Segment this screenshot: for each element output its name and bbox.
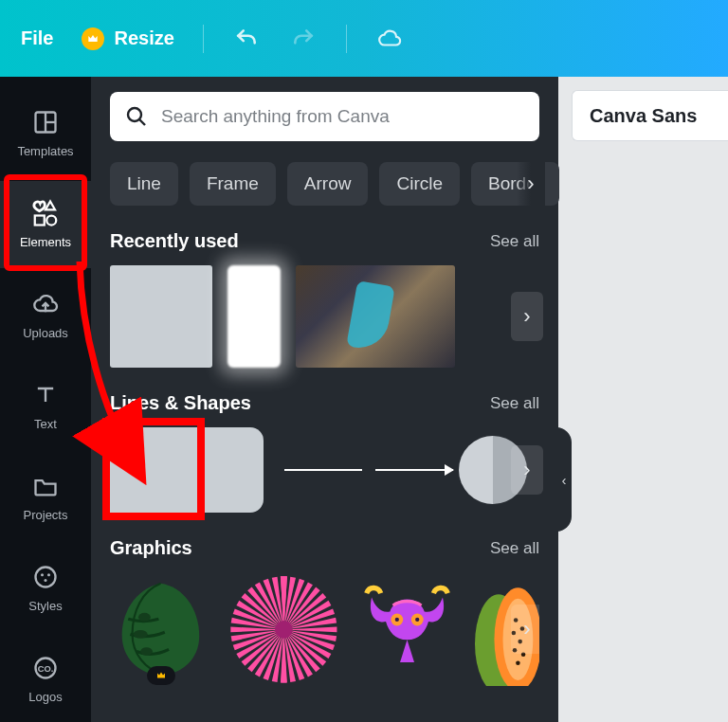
sidebar-item-label: Templates xyxy=(17,144,73,158)
shape-arrow-line[interactable] xyxy=(375,469,453,471)
resize-label: Resize xyxy=(114,27,173,49)
svg-point-15 xyxy=(140,647,153,656)
see-all-graphics[interactable]: See all xyxy=(490,539,539,558)
cloud-icon xyxy=(377,27,402,51)
lines-shapes-row: › xyxy=(110,427,539,513)
chip-border[interactable]: Border xyxy=(471,162,559,206)
shape-square[interactable] xyxy=(110,427,195,513)
sidebar-item-styles[interactable]: Styles xyxy=(0,544,91,631)
search-input[interactable] xyxy=(161,106,524,127)
sidebar-item-logos[interactable]: CO. Logos xyxy=(0,635,91,722)
section-header-lines-shapes: Lines & Shapes See all xyxy=(110,392,539,414)
section-title: Graphics xyxy=(110,537,192,559)
elements-panel: Line Frame Arrow Circle Border › Recentl… xyxy=(91,77,558,722)
sidebar-item-templates[interactable]: Templates xyxy=(0,90,91,177)
svg-point-19 xyxy=(395,618,399,622)
sidebar-item-label: Logos xyxy=(28,690,62,704)
shape-line[interactable] xyxy=(284,469,362,471)
sidebar-item-text[interactable]: Text xyxy=(0,363,91,450)
sidebar-item-label: Text xyxy=(34,417,57,431)
sidebar-item-label: Uploads xyxy=(23,326,68,340)
logos-icon: CO. xyxy=(31,654,60,682)
svg-point-16 xyxy=(275,621,293,639)
svg-point-4 xyxy=(46,216,56,226)
graphics-row: › xyxy=(110,572,539,686)
chevron-right-icon: › xyxy=(527,171,534,196)
sidebar-item-projects[interactable]: Projects xyxy=(0,453,91,540)
styles-icon xyxy=(31,563,60,591)
svg-point-7 xyxy=(47,573,50,576)
sidebar-item-label: Projects xyxy=(24,508,68,522)
font-name: Canva Sans xyxy=(590,105,697,127)
svg-point-6 xyxy=(41,573,44,576)
chip-frame[interactable]: Frame xyxy=(190,162,276,206)
svg-rect-3 xyxy=(35,216,45,226)
search-icon xyxy=(125,105,148,128)
recent-item-blurred[interactable] xyxy=(228,265,281,368)
crown-icon xyxy=(82,27,104,50)
recently-used-next[interactable]: › xyxy=(511,292,543,341)
chevron-right-icon: › xyxy=(523,304,530,329)
section-header-recently-used: Recently used See all xyxy=(110,230,539,252)
sidebar-item-elements[interactable]: Elements xyxy=(0,181,91,268)
elements-icon xyxy=(31,199,60,227)
pro-badge-icon xyxy=(147,666,175,685)
graphic-monstera-leaf[interactable] xyxy=(110,577,211,681)
svg-point-11 xyxy=(128,108,141,121)
templates-icon xyxy=(31,108,60,136)
see-all-recently-used[interactable]: See all xyxy=(490,232,539,251)
chip-circle[interactable]: Circle xyxy=(379,162,460,206)
toolbar-divider xyxy=(346,25,347,53)
redo-icon xyxy=(291,27,316,51)
svg-point-13 xyxy=(138,613,151,622)
svg-point-20 xyxy=(415,618,419,622)
recently-used-row: › xyxy=(110,265,539,368)
text-icon xyxy=(31,381,60,409)
chips-scroll-right[interactable]: › xyxy=(517,162,545,206)
recent-item-square[interactable] xyxy=(110,265,212,368)
uploads-icon xyxy=(31,290,60,318)
category-chips: Line Frame Arrow Circle Border › xyxy=(110,162,539,206)
shape-rounded-square[interactable] xyxy=(195,427,264,513)
section-title: Recently used xyxy=(110,230,239,252)
font-selector[interactable]: Canva Sans xyxy=(572,90,728,141)
section-title: Lines & Shapes xyxy=(110,392,251,414)
resize-button[interactable]: Resize xyxy=(82,27,173,50)
lines-shapes-next[interactable]: › xyxy=(511,445,543,495)
toolbar-divider xyxy=(203,25,204,53)
see-all-lines-shapes[interactable]: See all xyxy=(490,394,539,413)
svg-point-8 xyxy=(44,579,46,582)
chevron-right-icon: › xyxy=(523,617,530,641)
chip-arrow[interactable]: Arrow xyxy=(287,162,369,206)
side-rail: Templates Elements U xyxy=(0,77,91,722)
undo-button[interactable] xyxy=(232,25,261,53)
undo-icon xyxy=(234,27,259,51)
graphic-bull-skull[interactable] xyxy=(356,577,458,681)
chevron-left-icon: ‹ xyxy=(562,472,567,488)
graphics-next[interactable]: › xyxy=(511,605,539,654)
graphic-starburst[interactable] xyxy=(228,572,339,686)
svg-point-30 xyxy=(516,661,520,666)
cloud-sync-button[interactable] xyxy=(375,25,404,53)
svg-point-5 xyxy=(36,567,56,587)
file-menu[interactable]: File xyxy=(21,27,53,49)
top-toolbar: File Resize xyxy=(0,0,728,77)
sidebar-item-label: Styles xyxy=(28,599,62,613)
sidebar-item-label: Elements xyxy=(20,235,71,249)
sidebar-item-uploads[interactable]: Uploads xyxy=(0,272,91,359)
canvas-area[interactable]: Canva Sans xyxy=(558,77,728,722)
section-header-graphics: Graphics See all xyxy=(110,537,539,559)
recent-item-photo[interactable] xyxy=(296,265,455,368)
svg-line-12 xyxy=(139,119,145,125)
chevron-right-icon: › xyxy=(523,458,530,482)
chip-line[interactable]: Line xyxy=(110,162,178,206)
projects-icon xyxy=(31,472,60,500)
svg-text:CO.: CO. xyxy=(38,663,54,673)
starburst-icon xyxy=(228,574,339,685)
search-bar[interactable] xyxy=(110,92,539,141)
panel-collapse-handle[interactable]: ‹ xyxy=(556,427,572,532)
svg-point-14 xyxy=(134,630,148,639)
redo-button[interactable] xyxy=(289,25,318,53)
